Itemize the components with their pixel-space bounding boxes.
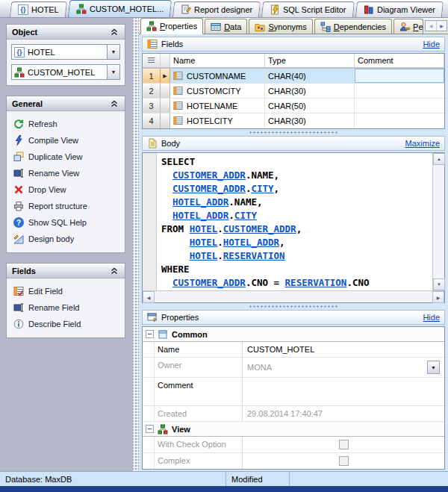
sql-identifier-link[interactable]: HOTEL_ADDR — [223, 237, 279, 248]
help-question-icon: ? — [13, 217, 24, 228]
tab-permissions[interactable]: Permis — [393, 19, 423, 34]
editor-horizontal-scrollbar[interactable]: ◀ ▶ — [143, 290, 444, 302]
compile-view-action[interactable]: Compile View — [11, 132, 120, 149]
field-row-customname[interactable]: 1 ▶ CUSTOMNAME CHAR(40) — [143, 69, 444, 84]
field-row-hotelcity[interactable]: 4 HOTELCITY CHAR(30) — [143, 113, 444, 128]
fields-panel: Fields Edit Field Rename Field Describe … — [6, 263, 125, 338]
rename-field-action[interactable]: Rename Field — [11, 299, 120, 316]
field-icon — [173, 116, 184, 126]
sql-editor[interactable]: SELECT CUSTOMER_ADDR.NAME, CUSTOMER_ADDR… — [142, 152, 445, 303]
edit-field-icon — [13, 286, 24, 296]
property-value[interactable]: CUSTOM_HOTEL — [247, 345, 314, 354]
property-row-created[interactable]: Created 29.08.2014 17:40:47 — [143, 406, 444, 422]
collapse-chevron-icon[interactable] — [109, 27, 119, 37]
tab-properties[interactable]: Properties — [140, 18, 203, 34]
edit-field-action[interactable]: Edit Field — [11, 283, 120, 299]
scroll-up-button[interactable]: ▲ — [433, 153, 445, 165]
sql-identifier-link[interactable]: HOTEL — [190, 223, 218, 234]
sql-identifier-link[interactable]: HOTEL — [190, 237, 218, 248]
column-header-comment[interactable]: Comment — [355, 54, 444, 68]
scroll-down-button[interactable]: ▼ — [433, 278, 445, 290]
drop-view-action[interactable]: Drop View — [11, 181, 120, 198]
property-gutter — [143, 437, 155, 452]
group-view[interactable]: View — [143, 422, 444, 437]
collapse-minus-icon[interactable] — [146, 330, 154, 338]
sidebar-splitter[interactable] — [133, 18, 139, 471]
property-row-name[interactable]: Name CUSTOM_HOTEL — [143, 342, 444, 358]
doc-tab-hotel[interactable]: {} HOTEL — [10, 1, 67, 17]
field-name: HOTELCITY — [187, 116, 233, 125]
tab-scroll-right-arrow[interactable]: ▶ — [436, 21, 447, 31]
sql-identifier-link[interactable]: HOTEL_ADDR — [172, 210, 228, 221]
doc-tab-diagram-viewer[interactable]: Diagram Viewer — [355, 1, 444, 17]
column-header-type[interactable]: Type — [265, 54, 355, 68]
complex-checkbox[interactable] — [339, 456, 349, 466]
sql-editor-text[interactable]: SELECT CUSTOMER_ADDR.NAME, CUSTOMER_ADDR… — [157, 153, 432, 290]
field-comment[interactable] — [355, 113, 444, 128]
sql-identifier-link[interactable]: CUSTOMER_ADDR — [223, 223, 296, 234]
object-panel-header: Object — [7, 25, 125, 40]
doc-tab-sql-script-editor[interactable]: SQL Script Editor — [261, 1, 355, 17]
tab-synonyms[interactable]: Synonyms — [249, 19, 312, 34]
field-row-hotelname[interactable]: 3 HOTELNAME CHAR(50) — [143, 99, 444, 113]
scroll-right-button[interactable]: ▶ — [432, 291, 444, 303]
compile-lightning-icon — [13, 135, 24, 146]
field-row-customcity[interactable]: 2 CUSTOMCITY CHAR(30) — [143, 84, 444, 99]
property-row-comment[interactable]: Comment — [143, 378, 444, 406]
collapse-chevron-icon[interactable] — [109, 99, 119, 109]
field-comment[interactable] — [355, 84, 444, 98]
field-comment[interactable] — [355, 99, 444, 113]
scroll-left-button[interactable]: ◀ — [143, 291, 155, 303]
body-properties-splitter[interactable] — [142, 303, 445, 310]
duplicate-view-action[interactable]: Duplicate View — [11, 149, 120, 165]
report-structure-action[interactable]: Report structure — [11, 198, 120, 214]
show-sql-help-action[interactable]: ? Show SQL Help — [11, 214, 120, 231]
sql-token: , — [296, 223, 302, 234]
tab-label: Properties — [160, 22, 197, 31]
body-maximize-link[interactable]: Maximize — [405, 139, 440, 148]
collapse-chevron-icon[interactable] — [109, 266, 119, 276]
design-body-action[interactable]: Design body — [11, 231, 120, 247]
tab-data[interactable]: Data — [205, 19, 247, 34]
sql-identifier-link[interactable]: CUSTOMER_ADDR — [172, 277, 246, 288]
view-combobox[interactable]: CUSTOM_HOTEL ▼ — [11, 64, 120, 80]
tab-scroll-left-arrow[interactable]: ◀ — [426, 21, 436, 31]
sql-token: CNO — [352, 277, 370, 288]
property-row-with-check-option[interactable]: With Check Option — [143, 437, 444, 453]
properties-hide-link[interactable]: Hide — [423, 313, 440, 322]
tab-dependencies[interactable]: Dependencies — [314, 19, 392, 34]
horizontal-scroll-track[interactable] — [155, 291, 432, 302]
doc-tab-report-designer[interactable]: Report designer — [172, 1, 261, 17]
sql-identifier-link[interactable]: CITY — [251, 183, 273, 194]
column-header-name[interactable]: Name — [170, 54, 265, 68]
sql-identifier-link[interactable]: CUSTOMER_ADDR — [172, 169, 246, 181]
sql-identifier-link[interactable]: RESERVATION — [285, 277, 347, 288]
rename-view-action[interactable]: Rename View — [11, 165, 120, 181]
doc-tab-custom-hotel[interactable]: CUSTOM_HOTEL... — [67, 0, 172, 17]
field-comment[interactable] — [355, 69, 444, 83]
with-check-option-checkbox[interactable] — [339, 440, 349, 449]
sql-identifier-link[interactable]: CUSTOMER_ADDR — [172, 183, 246, 194]
sql-identifier-link[interactable]: HOTEL — [190, 250, 218, 261]
sql-token: CNO — [251, 277, 268, 288]
sql-identifier-link[interactable]: CITY — [234, 210, 257, 221]
refresh-action[interactable]: Refresh — [11, 116, 120, 132]
body-section-header: Body Maximize — [142, 136, 445, 151]
view-combobox-dropdown-button[interactable]: ▼ — [107, 65, 119, 79]
fields-body-splitter[interactable] — [142, 129, 445, 136]
sql-identifier-link[interactable]: HOTEL_ADDR — [172, 196, 228, 208]
property-row-complex[interactable]: Complex — [143, 453, 444, 469]
grid-corner-cell[interactable] — [143, 54, 161, 68]
collapse-minus-icon[interactable] — [146, 425, 154, 433]
owner-dropdown-button[interactable]: ▼ — [427, 361, 440, 374]
describe-field-action[interactable]: Describe Field — [11, 316, 120, 332]
side-item-label: Rename Field — [28, 303, 79, 312]
database-combobox[interactable]: {} HOTEL ▼ — [11, 44, 120, 60]
fields-hide-link[interactable]: Hide — [423, 40, 440, 49]
vertical-scroll-track[interactable] — [433, 165, 444, 278]
property-row-owner[interactable]: Owner MONA ▼ — [143, 358, 444, 378]
database-combobox-dropdown-button[interactable]: ▼ — [107, 45, 119, 59]
group-common[interactable]: Common — [143, 327, 444, 342]
editor-vertical-scrollbar[interactable]: ▲ ▼ — [432, 153, 444, 290]
sql-identifier-link[interactable]: RESERVATION — [223, 250, 285, 261]
